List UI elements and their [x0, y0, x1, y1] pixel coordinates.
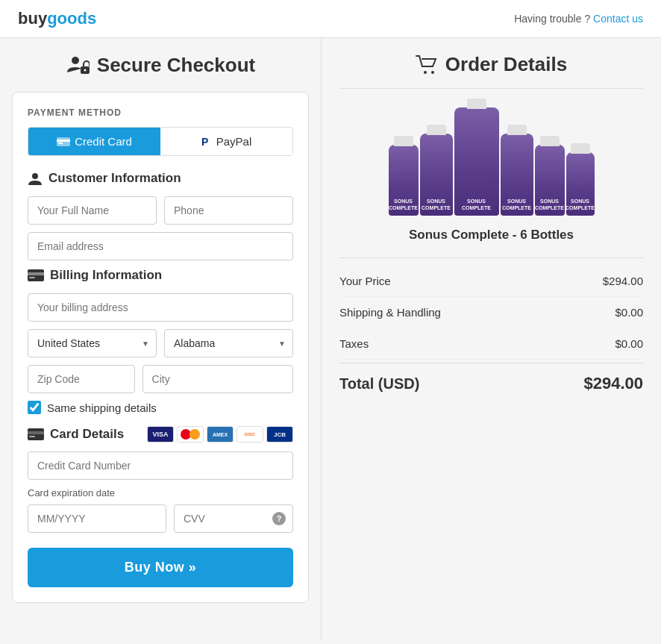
svg-text:P: P — [201, 136, 208, 148]
jcb-icon: JCB — [266, 426, 293, 443]
zip-city-row — [28, 365, 293, 393]
your-price-label: Your Price — [339, 275, 391, 287]
svg-point-7 — [32, 173, 38, 179]
svg-rect-4 — [57, 140, 70, 142]
logo-goods: goods — [47, 9, 96, 28]
svg-point-15 — [431, 71, 434, 74]
name-phone-row — [28, 196, 293, 225]
bottle-label-6: SONUSCOMPLETE — [566, 198, 595, 211]
bottle-1: SONUSCOMPLETE — [389, 145, 419, 216]
logo-buy: buy — [18, 9, 47, 28]
svg-rect-5 — [58, 143, 63, 144]
bottle-label-1: SONUSCOMPLETE — [389, 198, 418, 211]
expiry-input[interactable] — [28, 504, 166, 533]
cart-icon — [416, 54, 438, 75]
secure-checkout-title: Secure Checkout — [12, 53, 309, 77]
card-details-title: Card Details — [50, 427, 124, 442]
cvv-wrapper: ? — [174, 504, 293, 533]
order-details-label: Order Details — [445, 53, 567, 76]
bottle-3: SONUSCOMPLETE — [454, 107, 499, 216]
card-icons: VISA AMEX DISC JCB — [147, 426, 293, 443]
country-select[interactable]: United States — [28, 329, 157, 357]
card-expiry-label: Card expiration date — [28, 487, 293, 498]
customer-icon — [28, 171, 43, 186]
svg-rect-9 — [28, 272, 44, 275]
mastercard-icon — [177, 426, 204, 443]
left-panel: Secure Checkout PAYMENT METHOD Credit Ca… — [0, 38, 321, 641]
total-label: Total (USD) — [339, 375, 419, 393]
amex-icon: AMEX — [207, 426, 234, 443]
right-panel: Order Details SONUSCOMPLETE SONUSCOMPLET… — [321, 38, 661, 641]
taxes-label: Taxes — [339, 337, 369, 350]
buy-now-button[interactable]: Buy Now » — [28, 548, 293, 587]
same-shipping-checkbox[interactable] — [28, 401, 41, 414]
credit-card-icon — [57, 137, 70, 146]
zip-input[interactable] — [28, 365, 135, 393]
order-details-title: Order Details — [339, 53, 643, 76]
svg-rect-13 — [29, 436, 35, 437]
total-row: Total (USD) $294.00 — [339, 363, 643, 402]
secure-checkout-label: Secure Checkout — [97, 54, 255, 77]
bottles-container: SONUSCOMPLETE SONUSCOMPLETE SONUSCOMPLET… — [389, 96, 595, 216]
svg-rect-12 — [28, 431, 44, 434]
phone-input[interactable] — [164, 196, 293, 225]
customer-info-title: Customer Information — [48, 171, 181, 186]
card-number-input[interactable] — [28, 451, 293, 480]
shipping-label: Shipping & Handling — [339, 306, 441, 319]
help-text: Having trouble ? — [514, 13, 590, 25]
bottle-4: SONUSCOMPLETE — [501, 134, 533, 216]
bottle-label-4: SONUSCOMPLETE — [502, 198, 531, 211]
svg-point-14 — [424, 71, 427, 74]
header: buygoods Having trouble ? Contact us — [0, 0, 661, 38]
taxes-row: Taxes $0.00 — [339, 328, 643, 360]
shipping-value: $0.00 — [615, 306, 643, 319]
header-help: Having trouble ? Contact us — [514, 13, 643, 25]
billing-icon — [28, 269, 44, 281]
bottle-label-3: SONUSCOMPLETE — [462, 198, 491, 211]
product-image-area: SONUSCOMPLETE SONUSCOMPLETE SONUSCOMPLET… — [339, 96, 643, 216]
total-value: $294.00 — [583, 374, 643, 393]
price-divider — [339, 257, 643, 258]
svg-point-2 — [84, 69, 86, 72]
tab-credit-card[interactable]: Credit Card — [28, 128, 160, 155]
order-divider — [339, 88, 643, 89]
state-wrapper: Alabama — [164, 329, 293, 357]
tab-paypal[interactable]: P PayPal — [160, 128, 292, 155]
checkout-card: PAYMENT METHOD Credit Card P — [12, 92, 309, 603]
email-input[interactable] — [28, 232, 293, 260]
bottle-5: SONUSCOMPLETE — [535, 145, 565, 216]
country-state-row: United States Alabama — [28, 329, 293, 357]
your-price-value: $294.00 — [603, 275, 643, 287]
product-name: Sonus Complete - 6 Bottles — [339, 228, 643, 243]
svg-rect-10 — [29, 277, 35, 278]
payment-method-label: PAYMENT METHOD — [28, 107, 293, 118]
logo: buygoods — [18, 9, 96, 28]
address-row — [28, 293, 293, 322]
email-row — [28, 232, 293, 260]
city-input[interactable] — [142, 365, 293, 393]
svg-point-0 — [72, 57, 79, 64]
secure-checkout-icon — [66, 53, 90, 77]
billing-address-input[interactable] — [28, 293, 293, 322]
contact-us-link[interactable]: Contact us — [593, 13, 643, 25]
paypal-icon: P — [201, 136, 212, 148]
customer-info-header: Customer Information — [28, 171, 293, 186]
discover-icon: DISC — [236, 426, 263, 443]
visa-icon: VISA — [147, 426, 174, 443]
card-details-title-row: Card Details — [28, 427, 124, 442]
full-name-input[interactable] — [28, 196, 157, 225]
taxes-value: $0.00 — [615, 337, 643, 350]
main-container: Secure Checkout PAYMENT METHOD Credit Ca… — [0, 38, 661, 641]
country-wrapper: United States — [28, 329, 157, 357]
billing-info-title: Billing Information — [50, 268, 162, 283]
paypal-tab-label: PayPal — [216, 135, 252, 148]
cvv-help-icon[interactable]: ? — [272, 512, 286, 525]
credit-card-tab-label: Credit Card — [75, 135, 132, 148]
bottle-label-5: SONUSCOMPLETE — [535, 198, 564, 211]
billing-info-header: Billing Information — [28, 268, 293, 283]
state-select[interactable]: Alabama — [164, 329, 293, 357]
bottle-6: SONUSCOMPLETE — [566, 152, 595, 216]
shipping-row: Shipping & Handling $0.00 — [339, 297, 643, 328]
bottle-2: SONUSCOMPLETE — [420, 134, 453, 216]
expiry-cvv-row: ? — [28, 504, 293, 533]
